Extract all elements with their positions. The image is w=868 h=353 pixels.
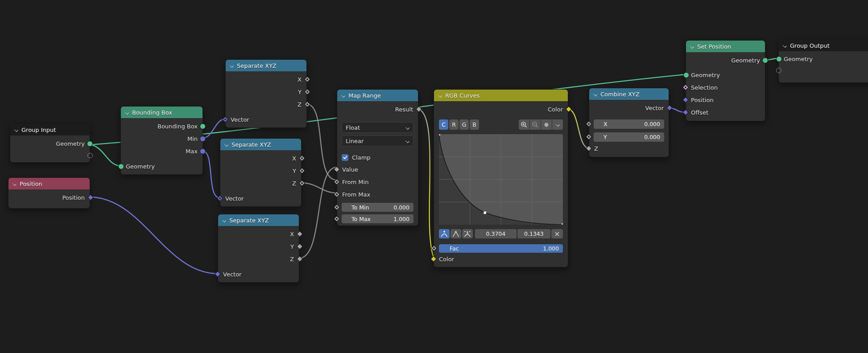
combine-xyz-header[interactable]: Combine XYZ bbox=[589, 88, 669, 100]
handle-auto-clamped-icon bbox=[463, 230, 471, 238]
x-output-row: X bbox=[226, 73, 306, 86]
virtual-output-socket[interactable] bbox=[87, 153, 93, 158]
collapse-chevron-icon[interactable] bbox=[230, 64, 234, 68]
collapse-chevron-icon[interactable] bbox=[12, 182, 17, 186]
channel-r-button[interactable]: R bbox=[449, 119, 459, 130]
node-group-input[interactable]: Group Input Geometry bbox=[10, 123, 90, 163]
geometry-output-socket[interactable] bbox=[87, 141, 93, 147]
node-set-position[interactable]: Set Position Geometry Geometry Selection… bbox=[686, 40, 765, 121]
socket-label: Max bbox=[186, 148, 198, 155]
result-output-row: Result bbox=[337, 103, 418, 115]
collapse-chevron-icon[interactable] bbox=[14, 128, 18, 132]
virtual-input-socket[interactable] bbox=[776, 68, 781, 73]
min-output-row: Min bbox=[121, 132, 203, 145]
curve-point-selected[interactable] bbox=[484, 212, 487, 214]
node-editor-canvas[interactable]: Group Input Geometry Position Position B… bbox=[0, 0, 868, 353]
node-map-range[interactable]: Map Range Result Float Linear Clamp bbox=[337, 89, 418, 226]
node-rgb-curves[interactable]: RGB Curves Color C R G B bbox=[434, 89, 568, 267]
socket-label: Position bbox=[62, 194, 85, 201]
map-range-header[interactable]: Map Range bbox=[337, 90, 418, 101]
z-output-row: Z bbox=[220, 177, 301, 189]
socket-label: Vector bbox=[645, 105, 664, 111]
channel-g-button[interactable]: G bbox=[459, 119, 469, 130]
collapse-chevron-icon[interactable] bbox=[593, 92, 597, 96]
socket-label: Color bbox=[439, 256, 454, 263]
node-separate-xyz-3[interactable]: Separate XYZ X Y Z Vector bbox=[218, 214, 299, 283]
socket-label: Geometry bbox=[691, 72, 720, 78]
node-combine-xyz[interactable]: Combine XYZ Vector X 0.000 Y 0.000 bbox=[589, 88, 669, 157]
channel-b-button[interactable]: B bbox=[470, 119, 479, 130]
clamp-label: Clamp bbox=[352, 154, 371, 161]
socket-label: Z bbox=[290, 256, 294, 263]
collapse-chevron-icon[interactable] bbox=[438, 94, 442, 98]
separate-xyz-header[interactable]: Separate XYZ bbox=[220, 139, 301, 150]
collapse-chevron-icon[interactable] bbox=[783, 44, 787, 48]
interpolation-value: Linear bbox=[346, 138, 364, 144]
collapse-chevron-icon[interactable] bbox=[125, 111, 129, 115]
separate-xyz-header[interactable]: Separate XYZ bbox=[218, 214, 299, 226]
channel-c-button[interactable]: C bbox=[439, 119, 448, 130]
zoom-in-button[interactable] bbox=[519, 119, 529, 130]
curve-point-end[interactable] bbox=[562, 223, 563, 225]
group-output-header[interactable]: Group Output bbox=[779, 40, 868, 51]
separate-xyz-header[interactable]: Separate XYZ bbox=[226, 60, 306, 71]
collapse-chevron-icon[interactable] bbox=[690, 45, 694, 49]
geometry-output-socket[interactable] bbox=[762, 57, 768, 63]
node-separate-xyz-1[interactable]: Separate XYZ X Y Z Vector bbox=[225, 59, 307, 128]
clipping-options-button[interactable] bbox=[541, 119, 552, 130]
node-bounding-box[interactable]: Bounding Box Bounding Box Min Max Geomet… bbox=[120, 106, 203, 175]
bounding-box-header[interactable]: Bounding Box bbox=[121, 107, 203, 118]
node-title: Map Range bbox=[348, 92, 381, 99]
interpolation-dropdown[interactable]: Linear bbox=[342, 135, 413, 146]
color-output-row: Color bbox=[434, 103, 568, 115]
handle-vector-button[interactable] bbox=[451, 229, 461, 238]
geometry-output-row: Geometry bbox=[686, 54, 765, 66]
node-position[interactable]: Position Position bbox=[8, 177, 90, 209]
geometry-input-socket[interactable] bbox=[683, 72, 689, 78]
node-group-output[interactable]: Group Output Geometry bbox=[778, 39, 868, 83]
position-output-row: Position bbox=[8, 191, 90, 204]
point-x-field[interactable]: 0.3704 bbox=[475, 229, 517, 238]
clamp-checkbox[interactable] bbox=[342, 154, 348, 161]
link-max-separate2 bbox=[202, 151, 220, 198]
point-y-value: 0.1343 bbox=[524, 230, 544, 237]
node-separate-xyz-2[interactable]: Separate XYZ X Y Z Vector bbox=[220, 138, 302, 207]
z-output-row: Z bbox=[218, 253, 299, 265]
boundingbox-output-socket[interactable] bbox=[200, 123, 206, 129]
data-type-dropdown[interactable]: Float bbox=[342, 122, 413, 133]
x-value: 0.000 bbox=[644, 121, 664, 127]
node-title: Combine XYZ bbox=[600, 91, 640, 98]
handle-auto-button[interactable] bbox=[439, 229, 450, 238]
delete-point-button[interactable] bbox=[551, 229, 563, 238]
collapse-chevron-icon[interactable] bbox=[341, 94, 345, 98]
fac-slider[interactable]: Fac 1.000 bbox=[439, 244, 563, 253]
curve-tools-dropdown-button[interactable] bbox=[552, 119, 563, 130]
zoom-out-button[interactable] bbox=[530, 119, 541, 130]
geometry-input-socket[interactable] bbox=[118, 164, 124, 169]
max-output-socket[interactable] bbox=[200, 148, 206, 154]
node-title: Position bbox=[20, 181, 42, 187]
position-header[interactable]: Position bbox=[8, 178, 90, 189]
curve-point-start[interactable] bbox=[439, 134, 440, 135]
to-min-slider[interactable]: To Min 0.000 bbox=[342, 203, 413, 212]
collapse-chevron-icon[interactable] bbox=[224, 143, 228, 147]
point-y-field[interactable]: 0.1343 bbox=[517, 229, 550, 238]
y-output-row: Y bbox=[218, 240, 299, 253]
min-output-socket[interactable] bbox=[200, 136, 206, 142]
y-input-row: Y 0.000 bbox=[589, 132, 669, 142]
handle-auto-clamped-button[interactable] bbox=[462, 229, 473, 238]
geometry-input-socket[interactable] bbox=[776, 56, 782, 62]
rgb-curves-header[interactable]: RGB Curves bbox=[434, 90, 568, 101]
y-slider[interactable]: Y 0.000 bbox=[594, 132, 664, 142]
to-max-slider[interactable]: To Max 1.000 bbox=[342, 214, 413, 223]
collapse-chevron-icon[interactable] bbox=[222, 218, 226, 222]
check-icon bbox=[343, 156, 347, 159]
curve-widget[interactable] bbox=[439, 134, 563, 225]
channel-b-label: B bbox=[472, 121, 476, 128]
boundingbox-output-row: Bounding Box bbox=[121, 120, 203, 132]
x-slider[interactable]: X 0.000 bbox=[594, 119, 664, 129]
node-title: Separate XYZ bbox=[237, 62, 277, 69]
set-position-header[interactable]: Set Position bbox=[686, 41, 765, 52]
group-input-header[interactable]: Group Input bbox=[10, 124, 90, 135]
y-label: Y bbox=[594, 134, 607, 140]
